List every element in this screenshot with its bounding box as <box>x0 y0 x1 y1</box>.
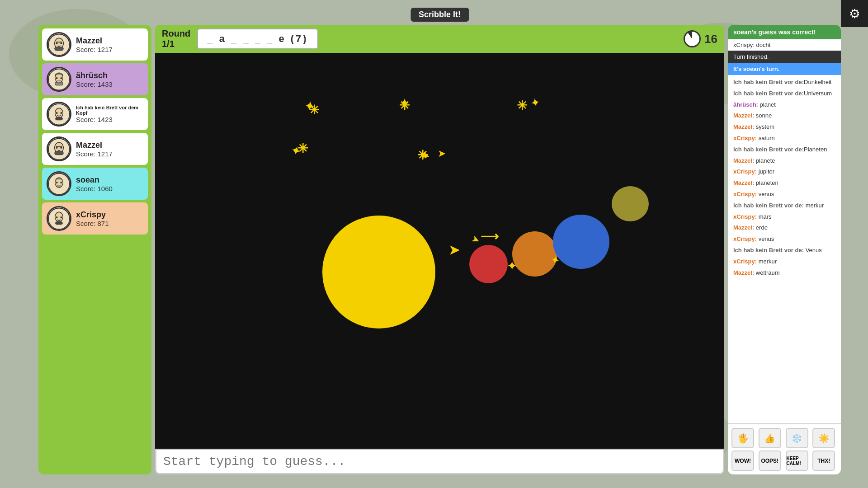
planet-sun <box>322 216 435 328</box>
game-area: Scribble It! Round 1/1 _ a _ _ _ _ e (7)… <box>155 25 724 474</box>
chat-message: xCrispy: venus <box>728 234 841 245</box>
chat-emotes: 🖐 👍 ❄️ ☀️ WOW! OOPS! KEEP CALM! THX! <box>728 423 841 474</box>
emote-thx[interactable]: THX! <box>812 450 835 471</box>
chat-message: xCrispy: merkur <box>728 256 841 267</box>
player-score-xcrispy: Score: 871 <box>76 220 109 227</box>
player-name-soean: soean <box>76 175 113 185</box>
svg-point-21 <box>60 147 62 149</box>
player-info-mazzel-top: Mazzel Score: 1217 <box>76 36 113 53</box>
svg-point-13 <box>56 112 58 114</box>
svg-point-5 <box>60 42 62 44</box>
star-cross-6: ➤ <box>469 232 481 246</box>
star-3: ✳ <box>517 98 527 113</box>
star-8: ➤ <box>449 243 459 258</box>
correct-banner: soean's guess was correct! <box>728 25 841 39</box>
star-cross-4: ✦ <box>289 142 303 160</box>
guess-input-area <box>155 449 724 474</box>
chat-message: Mazzel: planete <box>728 155 841 167</box>
player-info-mazzel: Mazzel Score: 1217 <box>76 141 113 158</box>
player-score-noboard: Score: 1423 <box>76 116 143 123</box>
chat-message: Ich hab kein Brett vor de:Planeten <box>728 144 841 155</box>
game-header: Scribble It! Round 1/1 _ a _ _ _ _ e (7)… <box>155 25 724 53</box>
svg-rect-18 <box>55 151 64 155</box>
svg-point-29 <box>60 216 62 218</box>
avatar-ahrusch <box>47 67 71 92</box>
chat-message: Mazzel: planeten <box>728 178 841 189</box>
svg-point-4 <box>56 42 58 44</box>
chat-messages: Ich hab kein Brett vor de:DunkelheitIch … <box>728 75 841 423</box>
player-info-noboard: Ich hab kein Brett vor dem Kopf Score: 1… <box>76 105 143 123</box>
avatar-mazzel <box>47 136 71 161</box>
chat-message: Mazzel: system <box>728 122 841 133</box>
game-canvas: ✳ ✳ ✳ ✳ ✳ ✳ ⟶ ➤ ➤ ✦ ✦ ✦ ✦ ➤ <box>155 53 724 449</box>
player-name-xcrispy: xCrispy <box>76 210 109 220</box>
planet-blue <box>553 215 609 269</box>
star-cross-3: ✦ <box>529 95 541 110</box>
player-card-ahrusch: ährüsch Score: 1433 <box>42 63 148 95</box>
emote-oops[interactable]: OOPS! <box>759 450 781 471</box>
main-container: Mazzel Score: 1217 ährüsch Score: 143 <box>38 25 841 474</box>
svg-point-28 <box>56 216 58 218</box>
turn-finished-label: Turn finished. <box>728 51 841 63</box>
chat-message: Mazzel: sonne <box>728 110 841 122</box>
svg-point-20 <box>56 147 58 149</box>
chat-message: xCrispy: mars <box>728 211 841 223</box>
emote-sun[interactable]: ☀️ <box>812 428 835 448</box>
svg-rect-10 <box>55 82 63 85</box>
word-hint-box: _ a _ _ _ _ e (7) <box>197 28 318 49</box>
soean-turn-label: It's soean's turn. <box>728 63 841 75</box>
svg-point-25 <box>60 182 62 183</box>
emote-keepcalm[interactable]: KEEP CALM! <box>786 450 808 471</box>
player-info-ahrusch: ährüsch Score: 1433 <box>76 71 113 88</box>
star-cross-2: ✦ <box>399 96 410 111</box>
player-name-noboard: Ich hab kein Brett vor dem Kopf <box>76 105 143 116</box>
avatar-noboard <box>47 102 71 127</box>
svg-point-8 <box>56 77 58 79</box>
star-cross-7: ✦ <box>507 258 517 273</box>
avatar-mazzel-top <box>47 32 71 57</box>
round-label: Round 1/1 <box>162 28 190 49</box>
player-score-soean: Score: 1060 <box>76 185 113 192</box>
svg-point-24 <box>56 182 58 183</box>
emote-wow[interactable]: WOW! <box>731 450 754 471</box>
chat-message: Mazzel: weltraum <box>728 267 841 279</box>
planet-olive <box>612 186 649 221</box>
avatar-soean <box>47 171 71 196</box>
chat-message: Ich hab kein Brett vor de:Universum <box>728 88 841 99</box>
emote-wave[interactable]: 🖐 <box>731 428 754 448</box>
star-7: ⟶ <box>481 229 499 244</box>
game-title-tooltip: Scribble It! <box>410 8 469 22</box>
chat-message: xCrispy: jupiter <box>728 166 841 178</box>
svg-point-14 <box>60 112 62 114</box>
gear-icon: ⚙ <box>849 6 860 21</box>
svg-rect-15 <box>56 117 63 120</box>
chat-message: xCrispy: venus <box>728 189 841 200</box>
chat-message: Mazzel: erde <box>728 222 841 234</box>
chat-message: Ich hab kein Brett vor de: Venus <box>728 245 841 256</box>
chat-message: xCrispy: saturn <box>728 133 841 144</box>
svg-point-9 <box>60 77 62 79</box>
chat-message: Ich hab kein Brett vor de: merkur <box>728 200 841 211</box>
players-sidebar: Mazzel Score: 1217 ährüsch Score: 143 <box>38 25 151 474</box>
player-info-xcrispy: xCrispy Score: 871 <box>76 210 109 227</box>
avatar-xcrispy <box>47 206 71 231</box>
xcrispy-docht-msg: xCrispy: docht <box>728 39 841 51</box>
player-score-ahrusch: Score: 1433 <box>76 80 113 88</box>
player-card-noboard: Ich hab kein Brett vor dem Kopf Score: 1… <box>42 98 148 130</box>
player-card-soean: soean Score: 1060 <box>42 168 148 200</box>
emote-thumbsup[interactable]: 👍 <box>759 428 781 448</box>
player-card-xcrispy: xCrispy Score: 871 <box>42 202 148 235</box>
star-cross-5: ✦ <box>415 249 426 265</box>
player-info-soean: soean Score: 1060 <box>76 175 113 192</box>
svg-rect-2 <box>55 47 64 50</box>
guess-input[interactable] <box>163 455 716 469</box>
chat-message: Ich hab kein Brett vor de:Dunkelheit <box>728 77 841 88</box>
svg-rect-30 <box>56 221 63 224</box>
emote-snowflake[interactable]: ❄️ <box>786 428 808 448</box>
player-score-mazzel-top: Score: 1217 <box>76 46 113 53</box>
planet-orange <box>512 231 557 277</box>
player-card-mazzel-top: Mazzel Score: 1217 <box>42 28 148 61</box>
settings-button[interactable]: ⚙ <box>841 0 868 27</box>
player-name-mazzel-top: Mazzel <box>76 36 113 46</box>
player-card-empty <box>42 237 148 471</box>
